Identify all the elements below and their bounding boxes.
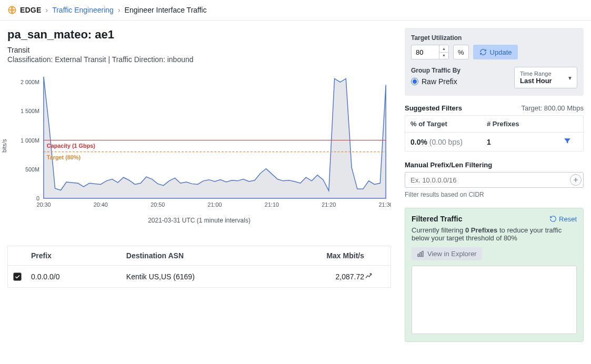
interface-classification: Classification: External Transit | Traff…: [7, 55, 391, 64]
svg-text:20:50: 20:50: [151, 201, 165, 208]
manual-filter-input[interactable]: [405, 172, 584, 188]
col-prefix: Prefix: [31, 251, 126, 260]
raw-prefix-radio[interactable]: Raw Prefix: [411, 77, 460, 86]
col-asn: Destination ASN: [126, 251, 285, 260]
pct-unit: %: [453, 45, 469, 59]
filtered-description: Currently filtering 0 Prefixes to reduce…: [412, 226, 577, 242]
breadcrumb-product[interactable]: EDGE: [20, 6, 41, 14]
row-max: 2,087.72: [285, 272, 364, 281]
filtered-title: Filtered Traffic: [412, 215, 462, 223]
breadcrumb-section[interactable]: Traffic Engineering: [52, 6, 114, 14]
svg-rect-18: [420, 252, 421, 257]
time-range-select[interactable]: Time Range Last Hour ▼: [514, 67, 577, 88]
chart-svg: 0500M1 000M1 500M2 000M20:3020:4020:5021…: [7, 71, 391, 213]
spin-up-icon[interactable]: ▲: [439, 45, 448, 52]
traffic-chart: bits/s 0500M1 000M1 500M2 000M20:3020:40…: [7, 71, 391, 234]
svg-text:Capacity (1 Gbps): Capacity (1 Gbps): [47, 142, 95, 148]
prefix-table: Prefix Destination ASN Max Mbit/s 0.0.0.…: [7, 246, 391, 288]
svg-text:21:10: 21:10: [265, 201, 279, 208]
target-utilization-panel: Target Utilization ▲ ▼ % Update Group: [405, 28, 584, 96]
view-in-explorer-button[interactable]: View in Explorer: [412, 247, 482, 260]
trend-up-icon[interactable]: [364, 271, 385, 282]
sf-col-pct: % of Target: [410, 120, 487, 128]
manual-filter-help: Filter results based on CIDR: [405, 191, 584, 198]
breadcrumb: EDGE › Traffic Engineering › Engineer In…: [0, 0, 591, 21]
svg-rect-19: [422, 251, 423, 256]
row-prefix: 0.0.0.0/0: [31, 272, 126, 281]
row-asn: Kentik US,US (6169): [126, 272, 285, 281]
plus-icon: [572, 176, 579, 184]
svg-text:1 500M: 1 500M: [21, 108, 39, 114]
chart-subtitle: 2021-03-31 UTC (1 minute intervals): [7, 217, 391, 224]
suggested-filters-table: % of Target # Prefixes 0.0% (0.00 bps) 1: [405, 115, 584, 151]
caret-down-icon: ▼: [567, 75, 573, 80]
chevron-right-icon: ›: [117, 6, 122, 14]
refresh-icon: [479, 48, 487, 56]
chart-y-label: bits/s: [1, 139, 7, 153]
svg-text:21:20: 21:20: [322, 201, 336, 208]
svg-text:500M: 500M: [25, 166, 39, 173]
table-header: Prefix Destination ASN Max Mbit/s: [8, 246, 390, 266]
filtered-traffic-panel: Filtered Traffic Reset Currently filteri…: [405, 208, 584, 342]
svg-text:1 000M: 1 000M: [21, 137, 39, 143]
reset-button[interactable]: Reset: [549, 215, 577, 223]
svg-text:0: 0: [36, 195, 39, 201]
target-util-input[interactable]: ▲ ▼: [411, 45, 449, 59]
row-checkbox[interactable]: [13, 272, 22, 281]
svg-text:20:30: 20:30: [36, 201, 51, 208]
col-max: Max Mbit/s: [285, 251, 364, 260]
spinner-buttons[interactable]: ▲ ▼: [439, 45, 448, 59]
target-util-label: Target Utilization: [411, 34, 577, 42]
svg-text:21:30: 21:30: [379, 201, 391, 208]
table-row[interactable]: 0.0.0.0/0 Kentik US,US (6169) 2,087.72: [8, 266, 390, 287]
sf-col-prefixes: # Prefixes: [487, 120, 563, 128]
svg-text:2 000M: 2 000M: [21, 79, 39, 85]
filter-icon[interactable]: [563, 137, 578, 147]
svg-text:21:00: 21:00: [208, 201, 222, 208]
svg-text:20:40: 20:40: [94, 201, 108, 208]
page-title: pa_san_mateo: ae1: [7, 28, 391, 42]
suggested-row[interactable]: 0.0% (0.00 bps) 1: [405, 133, 583, 151]
explorer-icon: [417, 250, 424, 258]
manual-filter-label: Manual Prefix/Len Filtering: [405, 161, 584, 169]
interface-type: Transit: [7, 46, 391, 54]
svg-rect-17: [418, 254, 419, 257]
group-by-label: Group Traffic By: [411, 67, 460, 74]
update-button[interactable]: Update: [473, 45, 518, 59]
raw-prefix-radio-input[interactable]: [411, 78, 418, 85]
add-filter-button[interactable]: [570, 174, 582, 186]
breadcrumb-page: Engineer Interface Traffic: [125, 6, 207, 14]
filtered-results-box: [412, 266, 577, 334]
chevron-right-icon: ›: [44, 6, 49, 14]
svg-text:Target (80%): Target (80%): [47, 154, 81, 160]
reset-icon: [549, 215, 557, 223]
suggested-filters-header: Suggested Filters Target: 800.00 Mbps: [405, 104, 584, 112]
globe-icon: [7, 5, 17, 15]
spin-down-icon[interactable]: ▼: [439, 52, 448, 59]
